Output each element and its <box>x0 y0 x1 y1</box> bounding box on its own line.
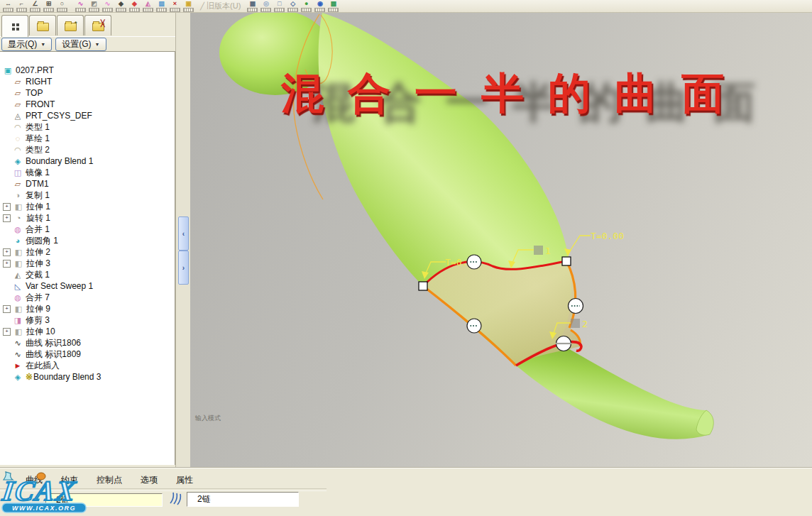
shaded-curvature-icon[interactable]: ◩ <box>88 1 100 12</box>
graphics-viewport[interactable]: T=0.00 T=0.00 1 2 混合一半的曲面 输入模式 <box>190 13 812 467</box>
tree-item[interactable]: ◺Var Sect Sweep 1 <box>0 280 175 292</box>
tree-item[interactable]: ◑复制 1 <box>0 190 175 201</box>
splitter-collapse-button[interactable]: ‹ <box>178 216 189 251</box>
kb-analysis-icon[interactable]: ▦ <box>246 1 258 12</box>
measure-area-icon[interactable]: ⊞ <box>43 1 55 12</box>
tree-item[interactable]: ▱TOP <box>0 87 175 99</box>
favorites-folder-icon: * <box>65 23 77 31</box>
chain-2-number: 2 <box>582 319 588 329</box>
plane-display-icon[interactable]: □ <box>273 1 285 12</box>
tree-item[interactable]: ◬PRT_CSYS_DEF <box>0 110 175 121</box>
draft-check-icon[interactable]: ◭ <box>142 1 154 12</box>
folder-browser-tab[interactable] <box>29 15 56 35</box>
measure-length-icon[interactable]: ⌐ <box>16 1 28 12</box>
delete-analysis-icon[interactable]: × <box>169 1 181 12</box>
drag-handle-edge-right[interactable] <box>569 299 583 314</box>
reflection-analysis-icon[interactable]: ◆ <box>115 1 127 12</box>
tree-item[interactable]: ∿曲线 标识1809 <box>0 348 175 360</box>
drag-handle-edge-left[interactable] <box>467 319 481 333</box>
tree-item[interactable]: ▣0207.PRT <box>0 65 175 76</box>
tree-item[interactable]: ▱DTM1 <box>0 178 175 190</box>
tree-item-label: 0207.PRT <box>16 65 54 75</box>
clouds-display-icon[interactable]: ◎ <box>260 1 272 12</box>
chevron-down-icon: ▼ <box>95 42 100 47</box>
panel-splitter[interactable]: ‹ › <box>175 13 192 467</box>
endpoint-handle-left[interactable] <box>419 282 427 290</box>
tree-toolbar: 显示(Q) ▼ 设置(G) ▼ <box>0 36 175 51</box>
dashboard-groove <box>0 488 327 491</box>
expand-icon[interactable]: + <box>3 328 11 336</box>
drag-handle-chain1[interactable] <box>467 255 481 269</box>
tree-item-label: 交截 1 <box>26 269 50 281</box>
delete-analysis-icon: × <box>173 1 177 7</box>
model-tree-tab[interactable] <box>1 15 28 37</box>
expand-icon[interactable]: + <box>3 248 11 256</box>
curvature-analysis-icon[interactable]: ∿ <box>75 1 87 12</box>
revolve-feature-icon: ◔ <box>13 214 23 222</box>
dashboard-tab[interactable]: 控制点 <box>97 474 122 486</box>
expand-icon[interactable]: + <box>3 203 11 211</box>
measure-distance-icon[interactable]: ↔ <box>2 1 14 12</box>
tree-item[interactable]: ◠类型 2 <box>0 144 175 155</box>
tree-item[interactable]: ◭交截 1 <box>0 269 175 280</box>
pepper-tail-surface[interactable] <box>516 344 713 439</box>
tree-item[interactable]: +◧拉伸 10 <box>0 326 175 337</box>
settings-button[interactable]: 设置(G) ▼ <box>55 38 106 51</box>
second-chain-collector[interactable] <box>187 492 299 507</box>
tree-item[interactable]: +◧拉伸 2 <box>0 246 175 258</box>
input-mode-hint: 输入模式 <box>195 414 221 423</box>
splitter-expand-button[interactable]: › <box>178 251 189 285</box>
dashboard-tab[interactable]: 约束 <box>61 474 78 486</box>
color-wheel-icon[interactable]: ● <box>300 1 312 12</box>
endpoint-handle-right[interactable] <box>562 257 571 265</box>
tree-item[interactable]: +◧拉伸 9 <box>0 303 175 314</box>
tree-item[interactable]: ◕倒圆角 1 <box>0 235 175 246</box>
tree-item[interactable]: ◍合并 7 <box>0 292 175 303</box>
tree-item[interactable]: ◈※Boundary Blend 3 <box>0 371 175 383</box>
tree-item[interactable]: ▱RIGHT <box>0 76 175 87</box>
measure-diameter-icon[interactable]: ○ <box>56 1 68 12</box>
dashboard-tab[interactable]: 选项 <box>141 474 158 486</box>
color-map-analysis-icon[interactable]: ◆ <box>128 1 141 12</box>
tree-item-label: Boundary Blend 1 <box>26 156 93 166</box>
tree-item[interactable]: ◈Boundary Blend 1 <box>0 155 175 167</box>
save-analysis-icon[interactable]: ▤ <box>155 1 168 12</box>
datum-feature-icon: ▱ <box>13 89 23 97</box>
connections-tab[interactable]: ╳ <box>84 15 111 35</box>
mirror-feature-icon: ◫ <box>13 168 23 177</box>
round-feature-icon: ◕ <box>13 236 23 245</box>
blend-surface-preview[interactable] <box>423 261 581 366</box>
pepper-stem-sphere[interactable] <box>219 13 331 95</box>
show-button[interactable]: 显示(Q) ▼ <box>1 38 52 51</box>
tree-item[interactable]: ◠类型 1 <box>0 121 175 133</box>
dashboard-tab[interactable]: 曲线 <box>26 474 43 486</box>
verify-analysis-icon[interactable]: ▣ <box>182 1 194 12</box>
tree-item-label: RIGHT <box>26 77 52 87</box>
tree-item[interactable]: ◌草绘 1 <box>0 133 175 144</box>
tree-item[interactable]: ∿曲线 标识1806 <box>0 337 175 348</box>
chain-1-label-box[interactable] <box>534 246 543 255</box>
model-canvas[interactable]: T=0.00 T=0.00 1 2 <box>190 13 812 467</box>
tree-item-label: 旋转 1 <box>26 212 50 224</box>
tree-item[interactable]: ◫镜像 1 <box>0 167 175 178</box>
tree-item[interactable]: ▱FRONT <box>0 99 175 110</box>
expand-icon[interactable]: + <box>3 260 11 268</box>
measure-angle-icon[interactable]: ∠ <box>29 1 41 12</box>
curve-analysis-icon[interactable]: ∿ <box>102 1 114 12</box>
spline-display-icon[interactable]: ◇ <box>287 1 299 12</box>
tree-item[interactable]: +◧拉伸 3 <box>0 258 175 269</box>
favorites-tab[interactable]: * <box>57 15 84 35</box>
dashboard-tab[interactable]: 属性 <box>176 474 193 486</box>
expand-icon[interactable]: + <box>3 214 11 222</box>
tree-item[interactable]: ◍合并 1 <box>0 224 175 235</box>
expand-icon[interactable]: + <box>3 305 11 313</box>
tree-item[interactable]: +◔旋转 1 <box>0 212 175 224</box>
globe-render-icon[interactable]: ◉ <box>314 1 326 12</box>
tree-item[interactable]: ►在此插入 <box>0 360 175 371</box>
ruler-base-icon <box>89 8 99 12</box>
chain-2-label-box[interactable] <box>571 319 580 328</box>
mesh-surface-icon[interactable]: ▩ <box>327 1 339 12</box>
tree-item[interactable]: ◨修剪 3 <box>0 314 175 326</box>
tree-item[interactable]: +◧拉伸 1 <box>0 201 175 212</box>
first-chain-collector[interactable] <box>45 493 163 507</box>
